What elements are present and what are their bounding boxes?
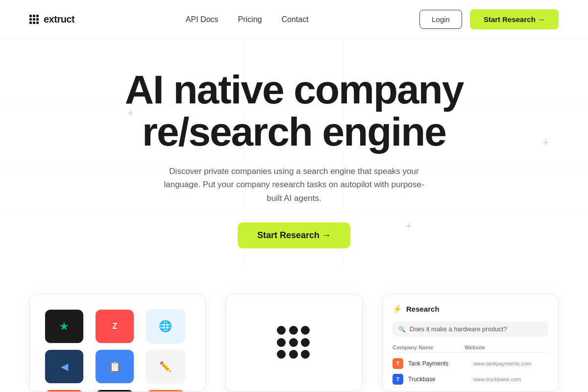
start-research-button-nav[interactable]: Start Research →	[470, 9, 559, 29]
research-card: ⚡ Research 🔍 Does it make a hardware pro…	[382, 294, 559, 392]
company-icon-0: T	[392, 358, 403, 369]
company-url-1: www.truckbase.com	[473, 376, 548, 382]
nav-pricing[interactable]: Pricing	[238, 15, 262, 24]
logo-text: extruct	[44, 14, 74, 25]
logo[interactable]: extruct	[29, 14, 74, 25]
logo-grid-icon	[29, 15, 39, 24]
table-row: T Truckbase www.truckbase.com	[392, 371, 548, 387]
logo-trustpilot: ★	[45, 309, 84, 343]
logo-quill: ✏️	[146, 349, 185, 384]
research-lightning-icon: ⚡	[392, 304, 402, 314]
company-icon-1: T	[392, 374, 403, 385]
col-website: Website	[465, 344, 548, 350]
company-name-0: Tank Payments	[408, 360, 468, 367]
logos-grid: ★ Z 🌐 ◀ 📋 ✏️ G2 𝕏 ◼	[40, 304, 196, 392]
nav-links: API Docs Pricing Contact	[186, 15, 309, 24]
logo-zuzu: Z	[95, 309, 134, 343]
table-row: T Tank Payments www.tankpayments.com	[392, 356, 548, 371]
hero-title-line1: AI native company	[125, 67, 464, 112]
nav-api-docs[interactable]: API Docs	[186, 15, 219, 24]
middle-card	[225, 294, 363, 392]
hero-title-line2: re/search engine	[142, 109, 446, 154]
col-company-name: Company Name	[392, 344, 460, 350]
hero-section: + + + AI native company re/search engine…	[0, 39, 588, 268]
nav-actions: Login Start Research →	[419, 9, 559, 29]
logo-x: 𝕏	[95, 390, 134, 392]
research-card-title: Research	[406, 305, 440, 313]
research-query: Does it make a hardware product?	[410, 325, 507, 333]
start-research-button-hero[interactable]: Start Research →	[238, 222, 350, 248]
deco-plus-2: +	[405, 220, 412, 231]
research-table-header: Company Name Website	[392, 343, 548, 353]
hero-title: AI native company re/search engine	[125, 69, 464, 153]
extruct-dots-icon	[277, 326, 311, 360]
login-button[interactable]: Login	[419, 10, 462, 29]
logo-cerby: ◀	[45, 349, 84, 384]
logo-docs: 📋	[95, 349, 134, 384]
logo-g2: G2	[45, 390, 84, 392]
company-url-0: www.tankpayments.com	[473, 361, 548, 367]
search-icon: 🔍	[398, 326, 406, 333]
deco-plus-3: +	[542, 137, 549, 148]
cards-area: ★ Z 🌐 ◀ 📋 ✏️ G2 𝕏 ◼	[0, 294, 588, 392]
navbar: extruct API Docs Pricing Contact Login S…	[0, 0, 588, 39]
research-search-bar: 🔍 Does it make a hardware product?	[392, 321, 548, 337]
nav-contact[interactable]: Contact	[281, 15, 308, 24]
research-card-header: ⚡ Research	[392, 304, 548, 314]
logo-orange-brand: ◼	[146, 390, 185, 392]
logo-globe: 🌐	[146, 309, 185, 343]
company-name-1: Truckbase	[408, 376, 468, 383]
hero-subtitle: Discover private companies using a searc…	[162, 165, 426, 205]
logos-card: ★ Z 🌐 ◀ 📋 ✏️ G2 𝕏 ◼	[29, 294, 206, 392]
